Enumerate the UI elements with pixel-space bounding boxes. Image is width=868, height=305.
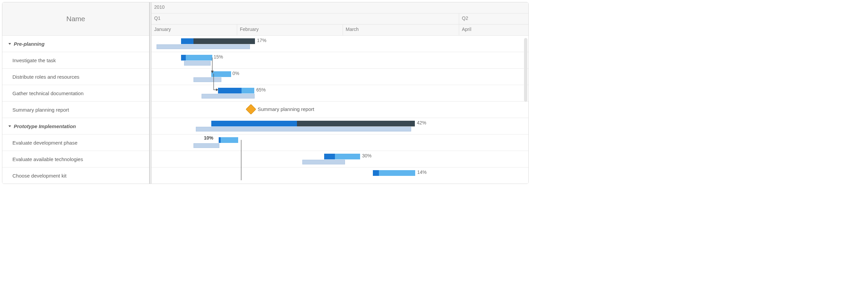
task-row[interactable]: Evaluate available technologies <box>2 151 149 167</box>
hdr-feb: February <box>237 25 343 36</box>
task-row[interactable]: Choose development kit <box>2 167 149 184</box>
timeline-body[interactable]: 17% 15% 0% 65% <box>152 36 528 184</box>
task-row-preplanning[interactable]: Pre-planning <box>2 36 149 52</box>
task-label: Summary planning report <box>12 107 69 113</box>
hdr-jan: January <box>152 25 237 36</box>
task-label: Investigate the task <box>12 57 56 63</box>
left-header-name[interactable]: Name <box>2 2 149 36</box>
task-bar-distribute[interactable] <box>211 71 231 77</box>
baseline-bar[interactable] <box>202 94 255 99</box>
task-row[interactable]: Distribute roles and resources <box>2 68 149 85</box>
task-row[interactable]: Evaluate development phase <box>2 135 149 151</box>
task-row-prototype[interactable]: Prototype Implementation <box>2 118 149 135</box>
task-bar-investigate[interactable] <box>181 55 212 60</box>
gantt-container: Name Pre-planning Investigate the task D… <box>2 2 529 184</box>
task-label: Evaluate available technologies <box>12 156 83 162</box>
progress-label: 17% <box>257 38 267 43</box>
milestone-label: Summary planning report <box>258 106 314 112</box>
hdr-year: 2010 <box>152 2 528 13</box>
progress-label: 10% <box>204 135 213 141</box>
gantt-right-panel[interactable]: 2010 Q1 Q2 January February March April <box>152 2 528 184</box>
baseline-bar[interactable] <box>193 143 219 148</box>
task-label: Evaluate development phase <box>12 140 77 146</box>
progress-label: 65% <box>256 87 266 92</box>
task-bar-choose-kit[interactable] <box>373 170 415 176</box>
progress-label: 0% <box>232 71 239 76</box>
progress-label: 42% <box>417 120 426 126</box>
baseline-bar[interactable] <box>157 45 250 49</box>
vertical-scrollbar[interactable] <box>524 38 527 102</box>
baseline-bar[interactable] <box>302 160 345 164</box>
group-bar-prototype[interactable] <box>211 121 415 127</box>
hdr-apr: April <box>459 25 528 36</box>
collapse-icon[interactable] <box>8 126 11 127</box>
task-row[interactable]: Summary planning report <box>2 102 149 118</box>
task-bar-eval-tech[interactable] <box>324 154 360 159</box>
task-label: Pre-planning <box>14 41 45 47</box>
hdr-mar: March <box>343 25 459 36</box>
progress-label: 15% <box>214 54 223 59</box>
gantt-left-panel: Name Pre-planning Investigate the task D… <box>2 2 150 184</box>
timeline-header: 2010 Q1 Q2 January February March April <box>152 2 528 36</box>
task-bar-gather[interactable] <box>218 88 254 93</box>
collapse-icon[interactable] <box>8 43 11 45</box>
task-row[interactable]: Gather technical documentation <box>2 85 149 102</box>
progress-label: 14% <box>417 169 427 175</box>
task-label: Gather technical documentation <box>12 90 84 96</box>
task-bar-eval-dev[interactable] <box>219 137 238 143</box>
hdr-q1: Q1 <box>152 13 459 24</box>
task-label: Choose development kit <box>12 173 66 178</box>
hdr-q2: Q2 <box>459 13 528 24</box>
task-label: Prototype Implementation <box>14 123 76 129</box>
progress-label: 30% <box>362 153 372 158</box>
task-label: Distribute roles and resources <box>12 74 79 80</box>
baseline-bar[interactable] <box>193 77 221 82</box>
group-bar-preplanning[interactable] <box>181 38 255 44</box>
task-row[interactable]: Investigate the task <box>2 52 149 68</box>
baseline-bar[interactable] <box>196 127 411 132</box>
baseline-bar[interactable] <box>184 61 211 65</box>
